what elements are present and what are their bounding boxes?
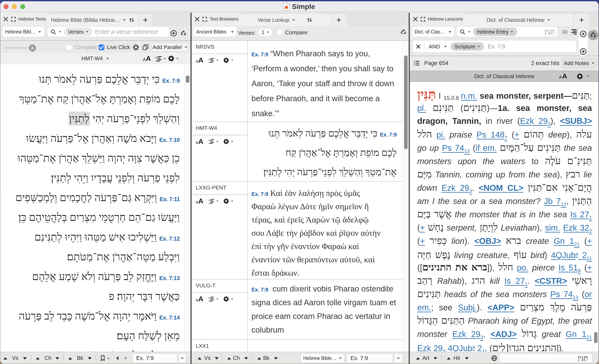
- middle-module-dropdown[interactable]: Hebrew Bible…: [301, 354, 344, 363]
- tab-hebrew-bible[interactable]: Hebrew Bible (Biblia Hebrai…: [48, 14, 138, 26]
- link[interactable]: Is 51: [558, 263, 578, 272]
- verses-count-select[interactable]: 1: [258, 28, 273, 36]
- article-up-stepper[interactable]: [416, 357, 420, 360]
- tab-dict-classical-hebrew[interactable]: Dict. of Classical Hebrew: [464, 14, 573, 26]
- link[interactable]: <OBJ>: [474, 237, 501, 245]
- right-search-field[interactable]: Hebrew Entry תַּנִּין: [457, 27, 558, 37]
- font-size-button[interactable]: aA: [196, 197, 204, 205]
- link[interactable]: <SUBJ>: [560, 116, 592, 126]
- sort-icon[interactable]: [129, 17, 135, 23]
- gear-icon[interactable]: [168, 55, 175, 62]
- book-up-stepper[interactable]: [68, 357, 72, 360]
- gear-icon[interactable]: [577, 73, 583, 80]
- link[interactable]: 7: [505, 135, 507, 141]
- link[interactable]: pl.: [417, 103, 426, 113]
- link[interactable]: +: [587, 237, 592, 245]
- add-term-icon[interactable]: [580, 48, 587, 55]
- link[interactable]: 2: [475, 344, 482, 352]
- close-zone-icon[interactable]: [413, 17, 418, 22]
- clear-search-icon[interactable]: [580, 30, 587, 37]
- link[interactable]: or: [584, 290, 592, 299]
- link[interactable]: Gn 1: [566, 330, 587, 339]
- and-operator-label[interactable]: AND: [429, 43, 440, 50]
- link[interactable]: Jb 7: [544, 196, 561, 206]
- module-name[interactable]: HMT-W4: [196, 125, 217, 131]
- equals-icon[interactable]: [562, 30, 568, 34]
- verse-reference[interactable]: Ex. 7:9: [162, 78, 180, 84]
- add-notes-button[interactable]: Add Notes: [561, 58, 597, 68]
- add-tab-button[interactable]: [139, 14, 152, 26]
- link[interactable]: Ezk 32: [563, 223, 589, 232]
- add-tab-button[interactable]: [331, 14, 347, 26]
- compare-checkbox[interactable]: [66, 44, 72, 50]
- gear-icon[interactable]: [132, 44, 139, 51]
- verse-reference[interactable]: Ex. 7:12: [159, 236, 180, 242]
- link[interactable]: Gn 1: [554, 237, 574, 245]
- recycle-icon[interactable]: [400, 29, 407, 35]
- module-verse-text[interactable]: Ex. 7:9 “When Pharaoh says to you,‘Perfo…: [251, 41, 397, 122]
- link[interactable]: Ezk 29: [520, 116, 548, 126]
- and-condition-row[interactable]: AND Scripture Ex. 7:9: [413, 41, 576, 52]
- left-reference-dropdown-button[interactable]: [179, 354, 186, 363]
- verse-up-stepper[interactable]: [197, 357, 202, 360]
- module-settings-button[interactable]: [223, 57, 233, 63]
- paragraph-format-button[interactable]: [208, 296, 219, 302]
- link[interactable]: 2: [589, 228, 592, 234]
- link[interactable]: 3: [469, 188, 472, 194]
- right-module-select[interactable]: Dict. of Clas…: [412, 27, 454, 37]
- recycle-button[interactable]: [588, 30, 598, 40]
- chevron-down-icon[interactable]: [176, 58, 179, 60]
- font-size-button[interactable]: AA: [559, 72, 567, 80]
- middle-verse-reference-field[interactable]: Ex. 7:9: [347, 354, 393, 363]
- module-verse-text[interactable]: Ex. 7:9 כִּי יְדַבֵּר אֲלֵכֶם פַּרְעֹה ל…: [251, 122, 397, 181]
- content-module-label[interactable]: HMT-W4: [81, 55, 103, 62]
- link[interactable]: 21: [586, 335, 592, 340]
- module-verse-text[interactable]: Ex. 7:9 cum dixerit vobis Pharao ostendi…: [251, 279, 397, 339]
- verse-reference[interactable]: Ex. 7:10: [159, 137, 180, 143]
- left-scrollbar-thumb[interactable]: [186, 76, 189, 83]
- right-scrollbar-track[interactable]: [593, 82, 599, 352]
- verse-reference[interactable]: Ex. 7:9: [380, 132, 397, 138]
- expand-zone-icon[interactable]: [11, 17, 16, 22]
- history-forward-icon[interactable]: [124, 356, 127, 360]
- link[interactable]: +: [420, 223, 425, 232]
- paragraph-format-icon[interactable]: [155, 55, 162, 62]
- link[interactable]: 4QJub: [551, 251, 575, 260]
- verse-reference[interactable]: Ex. 7:14: [159, 314, 180, 321]
- font-size-button[interactable]: aA: [196, 295, 204, 303]
- search-scope-pill[interactable]: Hebrew Entry: [473, 28, 517, 36]
- module-name[interactable]: LXX1: [196, 343, 209, 349]
- link[interactable]: po.: [517, 263, 529, 272]
- link[interactable]: +: [514, 130, 519, 139]
- chapter-down-stepper[interactable]: [55, 357, 60, 360]
- paragraph-format-button[interactable]: [208, 139, 219, 144]
- link[interactable]: 11: [482, 349, 487, 352]
- link[interactable]: a: [472, 344, 475, 350]
- module-verse-text[interactable]: [251, 340, 397, 352]
- verse-down-stepper[interactable]: [214, 357, 219, 360]
- link[interactable]: Ezk 29: [452, 330, 480, 339]
- and-scope-pill[interactable]: Scripture: [451, 42, 484, 51]
- left-verse-reference-field[interactable]: Ex. 7:9: [132, 354, 177, 363]
- verse-reference[interactable]: Ex. 7:9: [251, 287, 268, 293]
- title-bar[interactable]: Simple: [0, 1, 599, 12]
- link[interactable]: 1: [589, 215, 592, 220]
- link[interactable]: 1: [525, 281, 528, 287]
- link[interactable]: Ps 148: [476, 130, 504, 139]
- hebrew-text-content[interactable]: Ex. 7:9 כִּי יְדַבֵּר אֲלֵכֶם פַּרְעֹה ל…: [0, 64, 191, 352]
- module-settings-button[interactable]: [223, 296, 233, 302]
- book-down-stepper[interactable]: [274, 357, 278, 360]
- link[interactable]: +: [587, 263, 592, 272]
- link[interactable]: Ps 74: [442, 143, 464, 152]
- link[interactable]: 12: [561, 202, 566, 207]
- search-icon[interactable]: [460, 29, 465, 35]
- link[interactable]: a: [575, 251, 578, 257]
- link[interactable]: <NOM CL>: [479, 183, 523, 192]
- link[interactable]: 21: [574, 241, 580, 247]
- chapter-up-stepper[interactable]: [227, 357, 231, 360]
- link[interactable]: 13: [573, 295, 578, 300]
- verse-up-stepper[interactable]: [3, 357, 8, 360]
- chevron-down-icon[interactable]: [107, 357, 110, 359]
- article-down-stepper[interactable]: [433, 357, 438, 360]
- module-name[interactable]: LXXG-PENT: [196, 185, 226, 191]
